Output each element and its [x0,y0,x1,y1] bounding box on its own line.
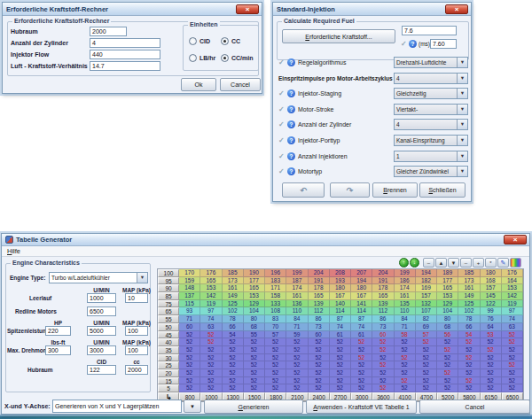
ve-cell[interactable]: 52 [395,346,416,354]
ms-value-field[interactable]: 7.60 [430,39,457,49]
ve-cell[interactable]: 86 [309,315,330,323]
ve-cell[interactable]: 52 [265,369,286,377]
ve-cell[interactable]: 52 [286,377,308,385]
ve-cell[interactable]: 54 [223,331,244,339]
table-generator-titlebar[interactable]: Tabelle Generator × [2,234,529,246]
ve-cell[interactable]: 52 [286,338,308,346]
ve-cell[interactable]: 159 [179,277,200,285]
radio-cid[interactable]: CID [189,37,210,45]
ve-cell[interactable]: 189 [437,269,458,277]
ve-cell[interactable]: 185 [458,269,480,277]
burn-button[interactable]: Brennen [372,182,418,198]
ve-cell[interactable]: 141 [351,300,372,308]
ve-cell[interactable]: 186 [395,277,416,285]
engine-field[interactable]: 300 [45,345,71,355]
ve-cell[interactable]: 176 [502,269,523,277]
ve-cell[interactable]: 52 [179,361,200,369]
ve-cell[interactable]: 102 [223,307,244,315]
axis-mode-select[interactable]: Generieren von X und Y Lagerplätzen [52,400,182,413]
ve-cell[interactable]: 180 [481,269,502,277]
ve-cell[interactable]: 52 [437,369,458,377]
ve-cell[interactable]: 173 [458,277,480,285]
ve-cell[interactable]: 52 [395,384,416,392]
ve-cell[interactable]: 148 [179,284,200,292]
help-icon[interactable]: ? [287,136,295,144]
setting-select[interactable]: Drehzahl-Luftdichte▼ [394,57,468,68]
help-icon[interactable]: ? [287,120,295,128]
ve-cell[interactable]: 52 [223,346,244,354]
ve-cell[interactable]: 182 [416,277,437,285]
ve-cell[interactable]: 60 [309,331,330,339]
ok-button[interactable]: Ok [181,78,216,91]
ve-cell[interactable]: 165 [244,284,265,292]
ve-cell[interactable]: 78 [458,315,480,323]
ve-cell[interactable]: 161 [395,292,416,300]
ve-cell[interactable]: 52 [502,346,523,354]
y-axis-label[interactable]: 65 [158,307,179,315]
ve-cell[interactable]: 196 [265,269,286,277]
ve-cell[interactable]: 122 [481,300,502,308]
ve-cell[interactable]: 52 [481,361,502,369]
ve-cell[interactable]: 52 [244,346,265,354]
y-axis-label[interactable]: 15 [158,377,179,385]
minus-icon[interactable]: – [460,258,472,268]
y-axis-label[interactable]: 85 [158,292,179,300]
ve-cell[interactable]: 52 [481,354,502,362]
ve-cell[interactable]: 165 [309,292,330,300]
ve-cell[interactable]: 52 [458,369,480,377]
ve-cell[interactable]: 165 [437,284,458,292]
ve-cell[interactable]: 52 [200,331,222,339]
ve-cell[interactable]: 52 [351,369,372,377]
engine-field[interactable]: 10 [125,293,148,303]
ve-cell[interactable]: 99 [481,307,502,315]
color-palette-icon[interactable] [510,258,521,268]
y-axis-label[interactable]: 25 [158,361,179,369]
ve-cell[interactable]: 142 [200,292,222,300]
ve-cell[interactable]: 52 [351,377,372,385]
engine-field[interactable]: 3000 [87,345,116,355]
ve-cell[interactable]: 52 [351,361,372,369]
ve-cell[interactable]: 52 [502,377,523,385]
ve-cell[interactable]: 52 [200,361,222,369]
multiply-icon[interactable]: * [485,258,497,268]
ve-cell[interactable]: 161 [458,284,480,292]
ve-cell[interactable]: 52 [502,361,523,369]
ve-cell[interactable]: 178 [309,284,330,292]
ve-cell[interactable]: 194 [416,269,437,277]
ve-cell[interactable]: 83 [265,315,286,323]
ve-cell[interactable]: 52 [286,361,308,369]
setting-select[interactable]: Gleichzeitig▼ [394,88,468,99]
ve-cell[interactable]: 52 [309,338,330,346]
ve-cell[interactable]: 52 [458,338,480,346]
ve-cell[interactable]: 199 [395,269,416,277]
ve-cell[interactable]: 52 [458,354,480,362]
ve-cell[interactable]: 112 [309,307,330,315]
ve-cell[interactable]: 52 [416,384,437,392]
y-axis-label[interactable]: 50 [158,323,179,331]
ve-cell[interactable]: 102 [458,307,480,315]
ve-cell[interactable]: 52 [351,346,372,354]
ve-cell[interactable]: 52 [437,377,458,385]
ve-cell[interactable]: 78 [223,315,244,323]
ve-cell[interactable]: 183 [265,277,286,285]
ve-cell[interactable]: 74 [200,315,222,323]
axis-mode-dropdown-button[interactable]: ▼ [184,400,201,413]
ve-cell[interactable]: 52 [416,354,437,362]
ve-cell[interactable]: 52 [481,338,502,346]
ve-cell[interactable]: 174 [286,284,308,292]
ve-cell[interactable]: 125 [223,300,244,308]
ve-cell[interactable]: 54 [458,331,480,339]
ve-cell[interactable]: 157 [481,284,502,292]
ve-cell[interactable]: 132 [416,300,437,308]
ve-cell[interactable]: 52 [481,346,502,354]
ve-cell[interactable]: 73 [372,323,394,331]
ve-cell[interactable]: 52 [286,346,308,354]
ve-cell[interactable]: 87 [351,315,372,323]
ve-cell[interactable]: 52 [481,384,502,392]
ve-cell[interactable]: 52 [458,377,480,385]
ve-cell[interactable]: 53 [481,331,502,339]
ve-cell[interactable]: 66 [458,323,480,331]
ve-cell[interactable]: 52 [372,384,394,392]
ve-cell[interactable]: 74 [502,315,523,323]
edit-pencil-icon[interactable]: ✎ [497,258,509,268]
